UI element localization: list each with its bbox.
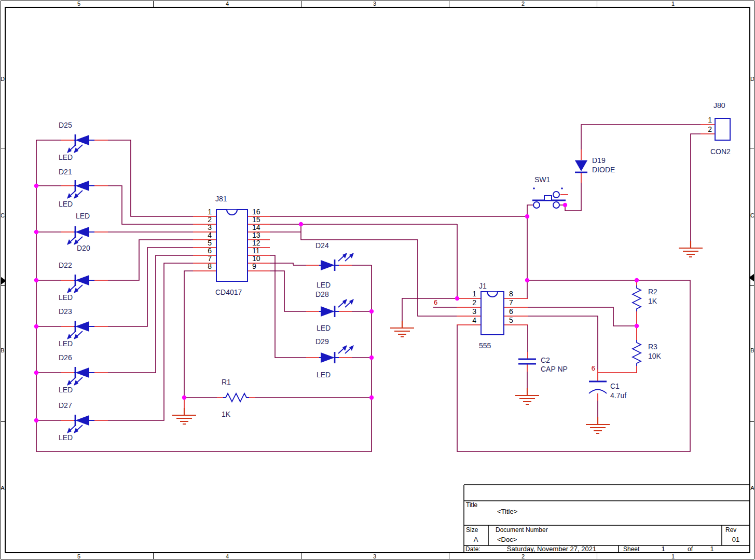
capacitor-ref: C1: [610, 382, 620, 390]
switch-dot-icon: [561, 187, 563, 189]
led-icon[interactable]: [36, 134, 108, 153]
capacitor-ref: C2: [541, 356, 550, 364]
ruler-col: 3: [373, 553, 376, 559]
led-icon[interactable]: [36, 180, 108, 199]
wire: [108, 263, 193, 420]
led-icon[interactable]: [293, 253, 372, 271]
wire: [184, 271, 193, 398]
led-ref: D24: [315, 241, 329, 250]
capacitor-value: CAP NP: [541, 365, 568, 373]
ruler-row: B: [750, 347, 754, 353]
wire: [402, 298, 457, 321]
led-column-left[interactable]: D25 LED D21 LED LED D20 D22 LED D23 LED …: [36, 121, 108, 442]
capacitor-icon: [518, 359, 536, 364]
junction-dots: [34, 184, 639, 422]
resistor-icon[interactable]: [223, 393, 249, 402]
capacitor-c1[interactable]: C1 4.7uf: [589, 381, 626, 400]
sheet-number: 1: [661, 545, 665, 553]
wire: [270, 263, 293, 265]
switch-contact-icon: [553, 192, 559, 198]
resistor-ref: R3: [648, 343, 657, 351]
pin-number: 10: [252, 254, 260, 263]
net-label-6[interactable]: 6: [592, 364, 595, 372]
led-icon[interactable]: [36, 321, 108, 339]
ground-icon[interactable]: [586, 417, 610, 433]
wire: [108, 240, 193, 280]
ic-j81[interactable]: J81 CD4017 1 2 3 4 5 6 7 8 16 15 14 13 1…: [208, 195, 260, 296]
doc-number-value[interactable]: <Doc>: [497, 536, 517, 543]
pin-number: 16: [252, 208, 260, 216]
ground-icon[interactable]: [515, 388, 539, 404]
diode-icon: [575, 160, 587, 171]
resistor-r2[interactable]: R2 1K: [633, 285, 657, 311]
resistor-r3[interactable]: R3 10K: [633, 340, 662, 366]
pin-number: 14: [252, 223, 260, 231]
led-value: LED: [317, 281, 331, 289]
ic-ref: J1: [479, 282, 487, 290]
title-label: Title: [466, 501, 478, 509]
pin-number: 3: [472, 307, 476, 316]
led-ref: D21: [59, 168, 72, 176]
wire: [301, 224, 457, 316]
capacitor-value: 4.7uf: [610, 391, 626, 400]
sheet-of-label: of: [688, 545, 693, 553]
ruler-col: 4: [226, 553, 229, 559]
led-ref: D29: [315, 337, 329, 346]
led-ref: D22: [59, 261, 72, 269]
schematic-canvas[interactable]: 5 4 3 2 1 5 4 3 2 1 D C B A D C B A Titl…: [0, 0, 755, 560]
pin-number: 1: [708, 116, 712, 124]
pin-number: 12: [252, 239, 260, 247]
capacitor-c2[interactable]: C2 CAP NP: [518, 356, 568, 373]
wire: [270, 271, 293, 311]
ic-part: 555: [479, 342, 491, 350]
net-label-6[interactable]: 6: [434, 298, 437, 306]
led-value: LED: [59, 293, 73, 302]
ruler-row: C: [750, 212, 754, 218]
title-block: Title <Title> Size A Document Number <Do…: [464, 485, 750, 553]
led-column-middle[interactable]: D24 LED D28 LED D29 LED: [293, 241, 372, 379]
led-icon[interactable]: [36, 415, 108, 433]
pin-number: 8: [208, 262, 212, 270]
led-icon[interactable]: [36, 226, 108, 245]
ruler-col: 1: [671, 1, 675, 7]
pin-number: 11: [252, 247, 260, 255]
connector-j80[interactable]: J80 CON2 1 2: [708, 101, 731, 156]
led-value: LED: [59, 153, 73, 161]
pin-number: 15: [252, 215, 260, 224]
size-label: Size: [466, 526, 478, 534]
switch-sw1[interactable]: SW1: [532, 175, 566, 208]
switch-contact-icon: [533, 202, 540, 208]
led-icon[interactable]: [293, 299, 372, 317]
ground-icon[interactable]: [390, 321, 414, 337]
resistor-value: 10K: [648, 352, 662, 360]
wire: [691, 134, 701, 241]
led-icon[interactable]: [36, 367, 108, 386]
pin-number: 1: [472, 290, 476, 298]
wire: [559, 183, 581, 211]
wire: [528, 316, 598, 370]
led-value: LED: [59, 386, 73, 394]
pin-number: 7: [208, 254, 212, 263]
pin-number: 5: [509, 316, 513, 324]
sheet-total: 1: [710, 545, 713, 553]
connector-ref: J80: [713, 101, 725, 110]
resistor-r1[interactable]: R1 1K: [222, 378, 249, 418]
led-value: LED: [317, 371, 331, 379]
led-value: LED: [76, 212, 90, 220]
wire: [528, 307, 637, 326]
date-value: Saturday, November 27, 2021: [507, 545, 596, 553]
ruler-row: D: [750, 76, 754, 82]
sheet-label: Sheet: [623, 545, 640, 553]
wire: [108, 255, 193, 373]
title-value[interactable]: <Title>: [497, 508, 517, 515]
resistor-icon[interactable]: [633, 340, 641, 366]
resistor-icon[interactable]: [633, 285, 641, 311]
led-icon[interactable]: [36, 275, 108, 293]
ground-icon[interactable]: [679, 241, 703, 257]
pin-number: 1: [208, 208, 212, 216]
doc-number-label: Document Number: [496, 526, 548, 534]
ground-icon[interactable]: [172, 408, 196, 424]
led-icon[interactable]: [293, 345, 372, 363]
pin-number: 6: [208, 247, 212, 255]
switch-ref: SW1: [534, 175, 551, 184]
